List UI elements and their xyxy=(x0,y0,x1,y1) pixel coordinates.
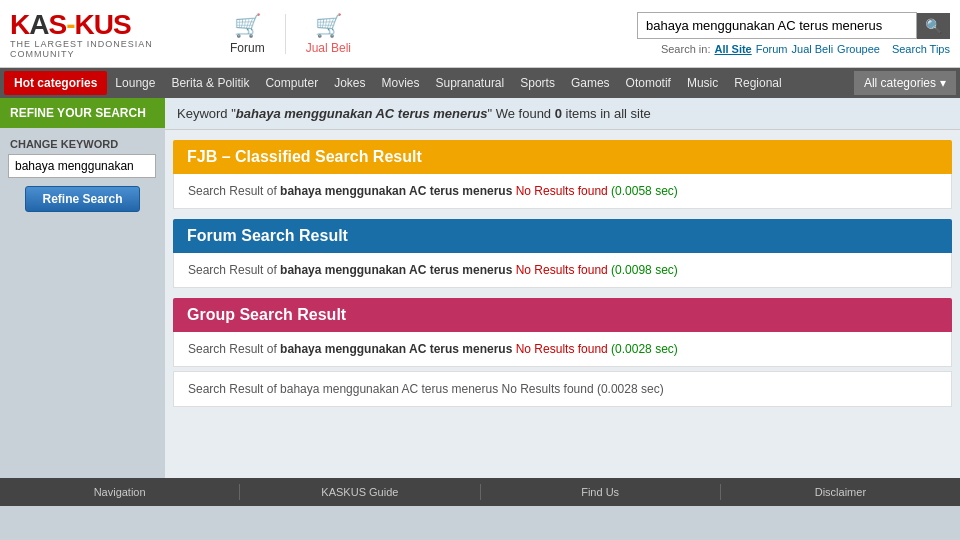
search-option-jualbeli[interactable]: Jual Beli xyxy=(792,43,834,55)
nav-forum-label: Forum xyxy=(230,41,265,55)
search-in-label: Search in: xyxy=(661,43,711,55)
cat-movies[interactable]: Movies xyxy=(373,71,427,95)
group-no-result: No Results found xyxy=(516,342,608,356)
search-option-forum[interactable]: Forum xyxy=(756,43,788,55)
forum-section-body: Search Result of bahaya menggunakan AC t… xyxy=(173,253,952,288)
forum-keyword: bahaya menggunakan AC terus menerus xyxy=(280,263,512,277)
extra-body-prefix: Search Result of xyxy=(188,382,280,396)
search-box-row: 🔍 xyxy=(637,12,950,39)
forum-section-header: Forum Search Result xyxy=(173,219,952,253)
content-area: Keyword "bahaya menggunakan AC terus men… xyxy=(165,98,960,478)
chevron-down-icon: ▾ xyxy=(940,76,946,90)
search-option-groupee[interactable]: Groupee xyxy=(837,43,880,55)
keyword-input[interactable] xyxy=(8,154,156,178)
cat-berita[interactable]: Berita & Politik xyxy=(163,71,257,95)
group-body-prefix: Search Result of xyxy=(188,342,280,356)
forum-no-result: No Results found xyxy=(516,263,608,277)
keyword-label: Keyword " xyxy=(177,106,236,121)
logo-area: KAS-KUS THE LARGEST INDONESIAN COMMUNITY xyxy=(10,9,170,59)
footer-find-us[interactable]: Find Us xyxy=(481,486,720,498)
group-timing: (0.0028 sec) xyxy=(611,342,678,356)
logo-text-s: S xyxy=(48,9,66,40)
nav-center: 🛒 Forum 🛒 Jual Beli xyxy=(210,9,371,59)
logo-text-a: A xyxy=(29,9,48,40)
group-section-header: Group Search Result xyxy=(173,298,952,332)
cat-supranatural[interactable]: Supranatural xyxy=(428,71,513,95)
extra-section-body: Search Result of bahaya menggunakan AC t… xyxy=(173,371,952,407)
jualbeli-icon: 🛒 xyxy=(306,13,351,39)
refine-header: REFINE YOUR SEARCH xyxy=(0,98,165,128)
logo-text-k: K xyxy=(10,9,29,40)
search-input[interactable] xyxy=(637,12,917,39)
group-keyword: bahaya menggunakan AC terus menerus xyxy=(280,342,512,356)
refine-search-button[interactable]: Refine Search xyxy=(25,186,139,212)
all-categories-button[interactable]: All categories ▾ xyxy=(854,71,956,95)
search-in-row: Search in: All Site Forum Jual Beli Grou… xyxy=(661,43,950,55)
cat-games[interactable]: Games xyxy=(563,71,618,95)
fjb-section-header: FJB – Classified Search Result xyxy=(173,140,952,174)
search-button[interactable]: 🔍 xyxy=(917,13,950,39)
fjb-body-prefix: Search Result of xyxy=(188,184,280,198)
footer-kaskus-guide[interactable]: KASKUS Guide xyxy=(240,486,479,498)
cat-sports[interactable]: Sports xyxy=(512,71,563,95)
all-categories-label: All categories xyxy=(864,76,936,90)
result-found-text: " We found xyxy=(487,106,554,121)
result-count: 0 xyxy=(555,106,562,121)
footer-navigation[interactable]: Navigation xyxy=(0,486,239,498)
header: KAS-KUS THE LARGEST INDONESIAN COMMUNITY… xyxy=(0,0,960,68)
extra-no-result: No Results found xyxy=(502,382,594,396)
nav-jualbeli-label: Jual Beli xyxy=(306,41,351,55)
search-tips-link[interactable]: Search Tips xyxy=(892,43,950,55)
cat-computer[interactable]: Computer xyxy=(257,71,326,95)
result-summary: Keyword "bahaya menggunakan AC terus men… xyxy=(165,98,960,130)
change-keyword-label: CHANGE KEYWORD xyxy=(0,128,165,154)
cat-lounge[interactable]: Lounge xyxy=(107,71,163,95)
logo-text-kus: KUS xyxy=(74,9,130,40)
logo-subtitle: THE LARGEST INDONESIAN COMMUNITY xyxy=(10,39,170,59)
cat-otomotif[interactable]: Otomotif xyxy=(618,71,679,95)
logo: KAS-KUS xyxy=(10,9,170,41)
forum-icon: 🛒 xyxy=(230,13,265,39)
group-section-body: Search Result of bahaya menggunakan AC t… xyxy=(173,332,952,367)
forum-body-prefix: Search Result of xyxy=(188,263,280,277)
fjb-section-body: Search Result of bahaya menggunakan AC t… xyxy=(173,174,952,209)
footer-disclaimer[interactable]: Disclaimer xyxy=(721,486,960,498)
hot-categories-button[interactable]: Hot categories xyxy=(4,71,107,95)
result-suffix: items in all site xyxy=(562,106,651,121)
fjb-no-result: No Results found xyxy=(516,184,608,198)
extra-timing: (0.0028 sec) xyxy=(597,382,664,396)
nav-forum[interactable]: 🛒 Forum xyxy=(210,9,285,59)
search-area: 🔍 Search in: All Site Forum Jual Beli Gr… xyxy=(637,12,950,55)
nav-bar: Hot categories Lounge Berita & Politik C… xyxy=(0,68,960,98)
footer: Navigation KASKUS Guide Find Us Disclaim… xyxy=(0,478,960,506)
cat-regional[interactable]: Regional xyxy=(726,71,789,95)
cat-music[interactable]: Music xyxy=(679,71,726,95)
cat-jokes[interactable]: Jokes xyxy=(326,71,373,95)
forum-timing: (0.0098 sec) xyxy=(611,263,678,277)
search-keyword: bahaya menggunakan AC terus menerus xyxy=(236,106,488,121)
nav-jualbeli[interactable]: 🛒 Jual Beli xyxy=(286,9,371,59)
search-option-allsite[interactable]: All Site xyxy=(714,43,751,55)
sidebar: REFINE YOUR SEARCH CHANGE KEYWORD Refine… xyxy=(0,98,165,478)
main-layout: REFINE YOUR SEARCH CHANGE KEYWORD Refine… xyxy=(0,98,960,478)
fjb-timing: (0.0058 sec) xyxy=(611,184,678,198)
extra-keyword: bahaya menggunakan AC terus menerus xyxy=(280,382,498,396)
fjb-keyword: bahaya menggunakan AC terus menerus xyxy=(280,184,512,198)
